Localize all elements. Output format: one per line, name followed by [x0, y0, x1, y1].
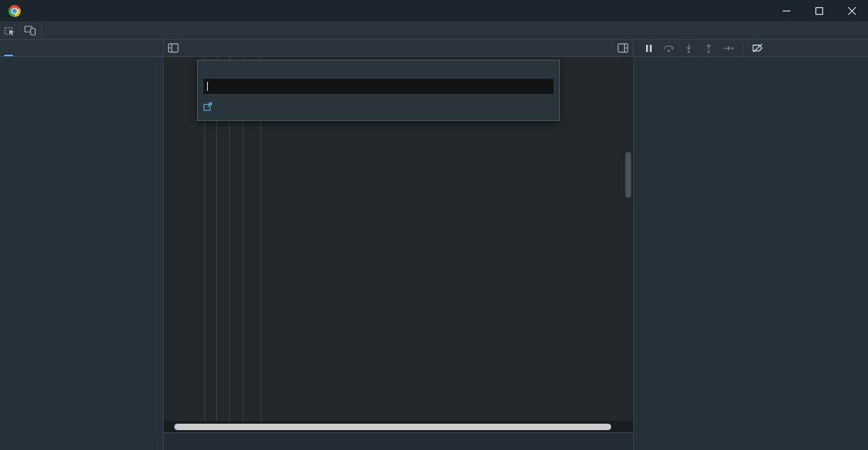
- editor-tabstrip: [164, 40, 633, 56]
- step-over-button[interactable]: [660, 41, 677, 56]
- chrome-logo-icon: [9, 5, 21, 17]
- minimize-button[interactable]: [770, 0, 803, 21]
- step-out-button[interactable]: [700, 41, 717, 56]
- window-titlebar: [0, 0, 868, 21]
- code-area[interactable]: [164, 57, 633, 421]
- toolbar-separator: [41, 25, 42, 36]
- source-editor: [164, 57, 633, 450]
- deactivate-breakpoints-icon[interactable]: [749, 41, 766, 56]
- step-into-button[interactable]: [680, 41, 697, 56]
- pause-script-button[interactable]: [640, 41, 657, 56]
- horizontal-scroll-thumb[interactable]: [174, 424, 611, 430]
- debugger-toolbar: [633, 40, 868, 56]
- more-tabs-chevron[interactable]: [34, 40, 50, 56]
- sub-toolbar: [0, 40, 868, 57]
- close-button[interactable]: [835, 0, 868, 21]
- navigator-file-tree: [0, 57, 164, 450]
- device-toolbar-icon[interactable]: [20, 21, 40, 39]
- settings-gear-icon[interactable]: [831, 21, 851, 39]
- logpoint-edit-dialog: [197, 60, 560, 121]
- logpoint-expression-input[interactable]: [203, 79, 554, 94]
- editor-statusbar: [164, 432, 633, 450]
- tab-workspace[interactable]: [17, 40, 34, 56]
- editor-vertical-scrollbar[interactable]: [624, 57, 633, 421]
- toggle-navigator-icon[interactable]: [164, 40, 182, 56]
- toggle-debugger-sidebar-icon[interactable]: [613, 40, 633, 56]
- tab-page[interactable]: [0, 40, 17, 56]
- editor-horizontal-scrollbar[interactable]: [164, 421, 633, 432]
- external-link-icon: [203, 102, 212, 111]
- more-options-kebab-icon[interactable]: [851, 21, 868, 39]
- debugger-sidebar: [633, 57, 868, 450]
- devtools-toolbar: [0, 21, 868, 40]
- vertical-scroll-thumb[interactable]: [625, 152, 631, 198]
- sidebar-tabstrip: [0, 40, 164, 56]
- step-button[interactable]: [720, 41, 737, 56]
- maximize-button[interactable]: [803, 0, 835, 21]
- text-cursor: [207, 82, 208, 91]
- navigator-menu-kebab-icon[interactable]: [147, 40, 163, 56]
- inspect-element-icon[interactable]: [0, 21, 20, 39]
